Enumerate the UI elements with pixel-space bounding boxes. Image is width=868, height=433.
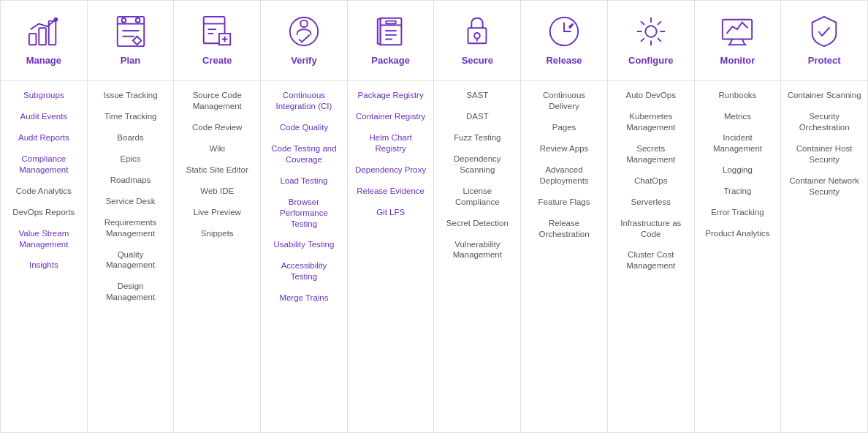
column-items-verify: Continuous Integration (CI)Code QualityC… [261, 81, 347, 312]
monitor-icon [720, 14, 755, 49]
column-title-verify: Verify [291, 55, 316, 66]
list-item[interactable]: Quality Management [94, 249, 168, 271]
list-item[interactable]: SAST [440, 90, 514, 101]
list-item[interactable]: Merge Trains [267, 293, 341, 304]
list-item[interactable]: DAST [440, 111, 514, 122]
list-item[interactable]: Auto DevOps [614, 90, 688, 101]
list-item[interactable]: Incident Management [701, 132, 775, 154]
list-item[interactable]: Continuous Delivery [527, 90, 601, 112]
list-item[interactable]: Requirements Management [94, 217, 168, 239]
column-title-manage: Manage [26, 55, 61, 66]
svg-point-28 [645, 26, 656, 37]
manage-icon [26, 14, 61, 49]
list-item[interactable]: Feature Flags [527, 197, 601, 208]
list-item[interactable]: Package Registry [354, 90, 428, 101]
column-items-configure: Auto DevOpsKubernetes ManagementSecrets … [608, 81, 694, 280]
list-item[interactable]: Web IDE [180, 186, 254, 197]
list-item[interactable]: License Compliance [440, 186, 514, 208]
column-verify: VerifyContinuous Integration (CI)Code Qu… [261, 1, 348, 433]
list-item[interactable]: Container Scanning [787, 90, 861, 101]
list-item[interactable]: Serverless [614, 197, 688, 208]
list-item[interactable]: Container Registry [354, 111, 428, 122]
list-item[interactable]: Source Code Management [180, 90, 254, 112]
list-item[interactable]: Logging [701, 165, 775, 176]
list-item[interactable]: Vulnerability Management [440, 239, 514, 261]
list-item[interactable]: Insights [7, 260, 81, 271]
list-item[interactable]: Release Orchestration [527, 218, 601, 240]
list-item[interactable]: Advanced Deployments [527, 165, 601, 187]
svg-line-30 [730, 39, 733, 45]
list-item[interactable]: Value Stream Management [7, 228, 81, 250]
column-title-configure: Configure [628, 55, 673, 66]
list-item[interactable]: Subgroups [7, 90, 81, 101]
column-items-plan: Issue TrackingTime TrackingBoardsEpicsRo… [88, 81, 174, 312]
list-item[interactable]: Design Management [94, 281, 168, 303]
list-item[interactable]: Epics [94, 154, 168, 165]
list-item[interactable]: Code Review [180, 122, 254, 133]
list-item[interactable]: Code Testing and Coverage [267, 143, 341, 165]
package-icon [373, 14, 408, 49]
main-grid: ManageSubgroupsAudit EventsAudit Reports… [0, 0, 868, 433]
list-item[interactable]: Runbooks [701, 90, 775, 101]
list-item[interactable]: Container Network Security [787, 176, 861, 197]
list-item[interactable]: Usability Testing [267, 239, 341, 250]
list-item[interactable]: Fuzz Testing [440, 132, 514, 143]
list-item[interactable]: Code Quality [267, 122, 341, 133]
list-item[interactable]: Helm Chart Registry [354, 132, 428, 154]
list-item[interactable]: Tracing [701, 186, 775, 197]
column-release: ReleaseContinuous DeliveryPagesReview Ap… [521, 1, 608, 433]
column-header-protect: Protect [781, 1, 867, 81]
column-items-protect: Container ScanningSecurity Orchestration… [781, 81, 867, 206]
column-header-configure: Configure [608, 1, 694, 81]
list-item[interactable]: Code Analytics [7, 186, 81, 197]
column-items-monitor: RunbooksMetricsIncident ManagementLoggin… [695, 81, 781, 248]
list-item[interactable]: Service Desk [94, 196, 168, 207]
release-icon [547, 14, 582, 49]
list-item[interactable]: Secret Detection [440, 218, 514, 229]
list-item[interactable]: Git LFS [354, 207, 428, 218]
list-item[interactable]: Static Site Editor [180, 165, 254, 176]
column-title-package: Package [371, 55, 410, 66]
column-header-create: Create [174, 1, 260, 81]
svg-rect-0 [29, 34, 37, 45]
list-item[interactable]: Wiki [180, 143, 254, 154]
configure-icon [633, 14, 669, 49]
list-item[interactable]: Secrets Management [614, 143, 688, 165]
list-item[interactable]: Audit Events [7, 111, 81, 122]
list-item[interactable]: Kubernetes Management [614, 111, 688, 133]
list-item[interactable]: Load Testing [267, 176, 341, 187]
create-icon [199, 14, 235, 49]
verify-icon [286, 14, 321, 49]
list-item[interactable]: Continuous Integration (CI) [267, 90, 341, 112]
column-plan: PlanIssue TrackingTime TrackingBoardsEpi… [88, 1, 175, 433]
list-item[interactable]: DevOps Reports [7, 207, 81, 218]
list-item[interactable]: Issue Tracking [94, 90, 168, 101]
list-item[interactable]: Accessibility Testing [267, 260, 341, 282]
list-item[interactable]: Review Apps [527, 143, 601, 154]
list-item[interactable]: Dependency Scanning [440, 154, 514, 176]
column-create: CreateSource Code ManagementCode ReviewW… [174, 1, 261, 433]
list-item[interactable]: Product Analytics [701, 228, 775, 239]
list-item[interactable]: Audit Reports [7, 132, 81, 143]
list-item[interactable]: Cluster Cost Management [614, 249, 688, 271]
list-item[interactable]: Browser Performance Testing [267, 197, 341, 230]
list-item[interactable]: Compliance Management [7, 154, 81, 176]
list-item[interactable]: Pages [527, 122, 601, 133]
list-item[interactable]: ChatOps [614, 176, 688, 187]
svg-point-7 [135, 18, 140, 23]
list-item[interactable]: Error Tracking [701, 207, 775, 218]
list-item[interactable]: Metrics [701, 111, 775, 122]
list-item[interactable]: Release Evidence [354, 186, 428, 197]
list-item[interactable]: Container Host Security [787, 143, 861, 165]
secure-icon [460, 14, 495, 49]
list-item[interactable]: Roadmaps [94, 175, 168, 186]
column-header-secure: Secure [434, 1, 520, 81]
list-item[interactable]: Boards [94, 132, 168, 143]
list-item[interactable]: Live Preview [180, 207, 254, 218]
list-item[interactable]: Infrastructure as Code [614, 218, 688, 240]
list-item[interactable]: Time Tracking [94, 111, 168, 122]
list-item[interactable]: Snippets [180, 228, 254, 239]
list-item[interactable]: Security Orchestration [787, 111, 861, 133]
svg-line-31 [742, 39, 745, 45]
list-item[interactable]: Dependency Proxy [354, 165, 428, 176]
